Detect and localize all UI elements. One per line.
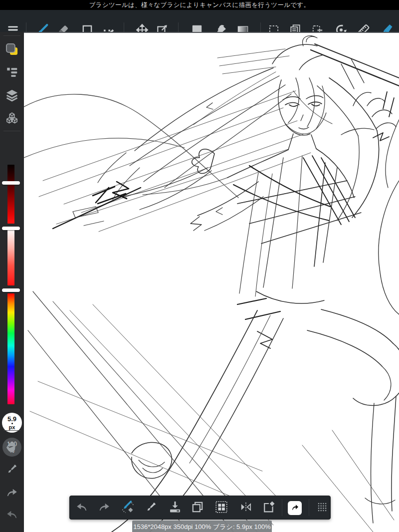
layers-button[interactable] (5, 90, 18, 103)
redo-icon (98, 501, 111, 516)
notification-bar: ブラシツールは、様々なブラシによりキャンバスに描画を行うツールです。 (0, 0, 399, 10)
flip-horizontal-icon (239, 501, 252, 516)
redo-button-bottom[interactable] (98, 502, 110, 514)
undo-icon (75, 501, 88, 516)
shade-slider[interactable] (7, 165, 14, 224)
layers-icon (5, 88, 19, 104)
bottom-toolbar-divider (282, 499, 282, 516)
duplicate-icon (191, 501, 204, 516)
eyedropper-icon (5, 463, 18, 478)
hand-tool-button[interactable] (5, 441, 18, 454)
color-swatches-button[interactable] (5, 44, 18, 57)
bottom-toolbar-divider (309, 499, 309, 516)
status-text: 1536*2048px 350dpi 100% ブラシ: 5.9px 100% (133, 523, 271, 532)
clear-button[interactable] (263, 502, 275, 514)
brush-list-icon (5, 66, 18, 81)
top-toolbar (0, 10, 399, 32)
materials-icon (5, 111, 19, 127)
canvas-sketch (24, 32, 399, 532)
redo-icon (5, 486, 18, 501)
color-swatches-icon (5, 42, 19, 58)
undo-icon (5, 508, 18, 523)
redo-button[interactable] (5, 487, 18, 500)
duplicate-button[interactable] (192, 502, 203, 514)
eyedropper-button[interactable] (5, 464, 18, 477)
brush-eraser-toggle-icon (121, 500, 135, 516)
undo-button-bottom[interactable] (76, 502, 88, 514)
drawing-canvas[interactable] (24, 32, 399, 532)
status-bar: 1536*2048px 350dpi 100% ブラシ: 5.9px 100% (132, 521, 272, 532)
notification-text: ブラシツールは、様々なブラシによりキャンバスに描画を行うツールです。 (89, 1, 310, 9)
clear-icon (262, 500, 276, 516)
brush-eraser-toggle-button[interactable] (122, 502, 134, 514)
sidebar-divider (3, 35, 20, 36)
materials-button[interactable] (5, 113, 18, 126)
drag-dots-icon (316, 501, 328, 515)
brush-size-unit: px (9, 425, 15, 430)
hand-icon (5, 440, 18, 455)
sidebar-divider (3, 430, 20, 431)
hue-slider[interactable] (7, 293, 14, 404)
undo-button[interactable] (5, 509, 18, 522)
brush-size-button[interactable]: 5.9 px (2, 413, 22, 433)
tint-slider[interactable] (7, 229, 14, 285)
share-arrow-icon (290, 502, 300, 514)
panel-grid-icon (214, 500, 228, 516)
save-button[interactable] (169, 502, 181, 514)
brush-list-button[interactable] (5, 67, 18, 80)
bottom-toolbar (69, 496, 331, 520)
panel-grid-button[interactable] (215, 502, 227, 514)
shade-slider-handle[interactable] (2, 181, 20, 185)
save-icon (168, 500, 182, 516)
sidebar-divider (3, 131, 20, 131)
brush-size-value: 5.9 (7, 416, 16, 422)
hue-slider-handle[interactable] (2, 288, 20, 292)
drag-handle-dots[interactable] (316, 502, 328, 514)
tint-slider-handle[interactable] (2, 227, 20, 230)
eyedropper-icon (145, 501, 158, 516)
share-button[interactable] (288, 501, 302, 515)
eyedropper-button-bottom[interactable] (145, 502, 157, 514)
left-sidebar: 5.9 px 100 % (0, 32, 24, 532)
flip-horizontal-button[interactable] (240, 502, 252, 514)
